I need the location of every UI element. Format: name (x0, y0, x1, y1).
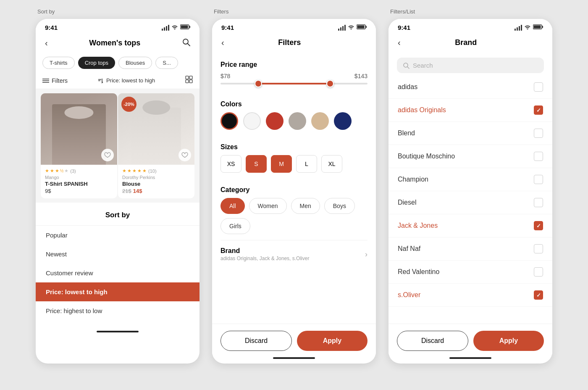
color-white[interactable] (243, 112, 261, 130)
brand-info: Brand adidas Originals, Jack & Jones, s.… (220, 247, 309, 261)
product-name: T-Shirt SPANISH (45, 181, 113, 187)
slider-thumb-left[interactable] (255, 80, 262, 87)
category-btn-All[interactable]: All (220, 198, 245, 214)
slider-thumb-right[interactable] (326, 80, 334, 87)
search-bar[interactable]: Search (397, 58, 544, 73)
product-stars: ★★★★★(10) (122, 168, 190, 174)
brand-name-label: Red Valentino (398, 268, 439, 276)
battery-icon (180, 24, 190, 31)
sort-option-0[interactable]: Popular (36, 226, 200, 245)
brand-item-0[interactable]: adidas (388, 76, 552, 99)
brand-nav-title: Brand (220, 247, 309, 255)
filters-content: Price range$78$143 ColorsSizesXSSMLXLCat… (212, 53, 376, 324)
wishlist-button[interactable] (101, 149, 114, 161)
brand-name-label: Jack & Jones (398, 222, 438, 229)
home-bar (273, 357, 315, 359)
svg-rect-1 (189, 26, 191, 28)
category-title: Category (220, 179, 368, 198)
color-navy[interactable] (334, 112, 352, 130)
size-btn-XL[interactable]: XL (321, 155, 342, 173)
discard-button[interactable]: Discard (397, 331, 468, 351)
brand-nav-row[interactable]: Brand adidas Originals, Jack & Jones, s.… (220, 240, 368, 263)
action-row: Discard Apply (388, 324, 552, 355)
apply-button[interactable]: Apply (473, 331, 544, 351)
category-chip-3[interactable]: S... (155, 57, 178, 69)
brand-checkbox[interactable]: ✓ (534, 105, 543, 115)
color-gray[interactable] (289, 112, 306, 130)
page-title: Brand (455, 38, 477, 47)
svg-rect-15 (366, 26, 367, 28)
brand-checkbox[interactable] (534, 244, 543, 253)
sort-option-1[interactable]: Newest (36, 245, 200, 264)
brand-item-7[interactable]: Naf Naf (388, 237, 552, 261)
brand-item-8[interactable]: Red Valentino (388, 261, 552, 284)
color-black[interactable] (220, 112, 238, 130)
back-button[interactable]: ‹ (43, 37, 50, 50)
search-button[interactable] (180, 36, 192, 50)
brand-item-6[interactable]: Jack & Jones✓ (388, 214, 552, 237)
sort-option-2[interactable]: Customer review (36, 264, 200, 282)
battery-icon (533, 24, 543, 31)
brand-item-9[interactable]: s.Oliver✓ (388, 284, 552, 307)
category-btn-Men[interactable]: Men (291, 198, 320, 214)
sort-option-4[interactable]: Price: highest to low (36, 301, 200, 320)
brand-name-label: Diesel (398, 199, 416, 206)
action-row: Discard Apply (212, 324, 376, 355)
brand-item-5[interactable]: Diesel (388, 191, 552, 214)
product-image: -20% (118, 93, 194, 165)
size-btn-XS[interactable]: XS (220, 155, 242, 173)
brand-checkbox[interactable]: ✓ (534, 290, 543, 300)
brand-checkbox[interactable] (534, 267, 543, 277)
size-btn-S[interactable]: S (246, 155, 267, 173)
category-chip-2[interactable]: Blouses (118, 57, 152, 69)
back-button[interactable]: ‹ (220, 36, 226, 49)
brand-checkbox[interactable] (534, 198, 543, 207)
svg-rect-18 (542, 26, 543, 28)
category-grid: AllWomenMenBoysGirls (220, 198, 368, 240)
size-btn-L[interactable]: L (296, 155, 317, 173)
brand-item-4[interactable]: Champion (388, 168, 552, 191)
sort-button[interactable]: Price: lowest to high (98, 77, 155, 84)
color-beige[interactable] (311, 112, 329, 130)
home-bar (449, 357, 491, 359)
status-bar: 9:41 (212, 19, 376, 33)
back-button[interactable]: ‹ (396, 36, 402, 49)
grid-view-button[interactable] (185, 76, 193, 85)
sort-option-3[interactable]: Price: lowest to high (36, 282, 200, 301)
category-btn-Girls[interactable]: Girls (220, 218, 250, 234)
sort-label: Price: lowest to high (106, 77, 155, 84)
price-original: 21$ (122, 188, 131, 194)
status-icons (162, 24, 190, 31)
colors-row (220, 112, 368, 136)
product-price: 9$ (45, 188, 113, 194)
category-chip-1[interactable]: Crop tops (78, 57, 115, 69)
home-indicator (212, 355, 376, 364)
sizes-row: XSSMLXL (220, 155, 368, 179)
filters-button[interactable]: Filters (42, 77, 68, 84)
product-card-0[interactable]: ★★★½★(3)MangoT-Shirt SPANISH9$ (41, 93, 117, 198)
brand-checkbox[interactable] (534, 82, 543, 92)
category-btn-Boys[interactable]: Boys (324, 198, 355, 214)
brand-checkbox[interactable] (534, 175, 543, 184)
page-title: Women's tops (89, 39, 140, 47)
wishlist-button[interactable] (178, 149, 191, 161)
brand-item-2[interactable]: Blend (388, 122, 552, 145)
price-sale: 14$ (133, 188, 142, 194)
status-time: 9:41 (45, 24, 58, 31)
brand-checkbox[interactable] (534, 129, 543, 138)
price-range-labels: $78$143 (220, 73, 368, 79)
size-btn-M[interactable]: M (271, 155, 292, 173)
price-slider-track[interactable] (220, 83, 368, 84)
brand-item-1[interactable]: adidas Originals✓ (388, 99, 552, 122)
category-chip-0[interactable]: T-shirts (42, 57, 75, 69)
apply-button[interactable]: Apply (297, 331, 368, 351)
brand-checkbox[interactable]: ✓ (534, 221, 543, 230)
discard-button[interactable]: Discard (220, 331, 292, 351)
category-btn-Women[interactable]: Women (249, 198, 287, 214)
brand-item-3[interactable]: Boutique Moschino (388, 145, 552, 168)
product-card-1[interactable]: -20%★★★★★(10)Dorothy PerkinsBlouse21$14$ (118, 93, 194, 198)
svg-rect-12 (186, 80, 189, 83)
brand-checkbox[interactable] (534, 152, 543, 161)
brand-name-label: Champion (398, 176, 428, 183)
color-red[interactable] (266, 112, 284, 130)
